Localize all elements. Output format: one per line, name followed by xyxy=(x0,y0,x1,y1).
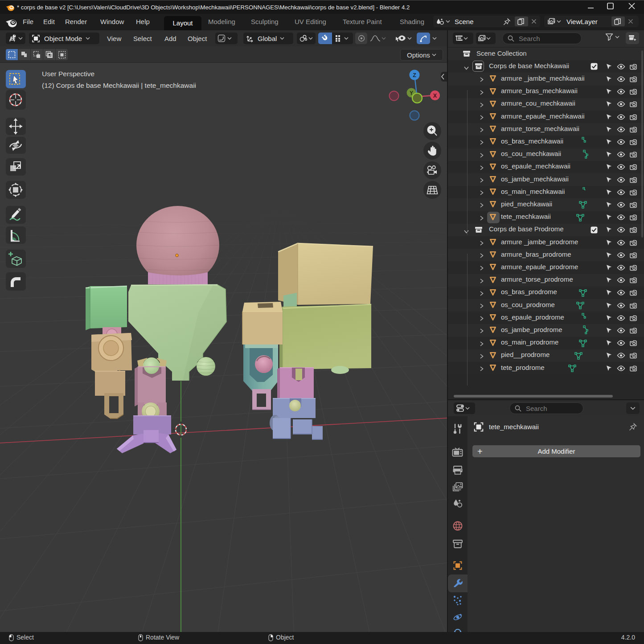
svg-text:Z: Z xyxy=(413,72,416,78)
svg-text:(12) Corps de base Mechkawaii: (12) Corps de base Mechkawaii | tete_mec… xyxy=(42,82,196,89)
svg-text:User Perspective: User Perspective xyxy=(42,70,94,78)
svg-text:Y: Y xyxy=(410,90,413,96)
svg-text:X: X xyxy=(433,93,437,99)
